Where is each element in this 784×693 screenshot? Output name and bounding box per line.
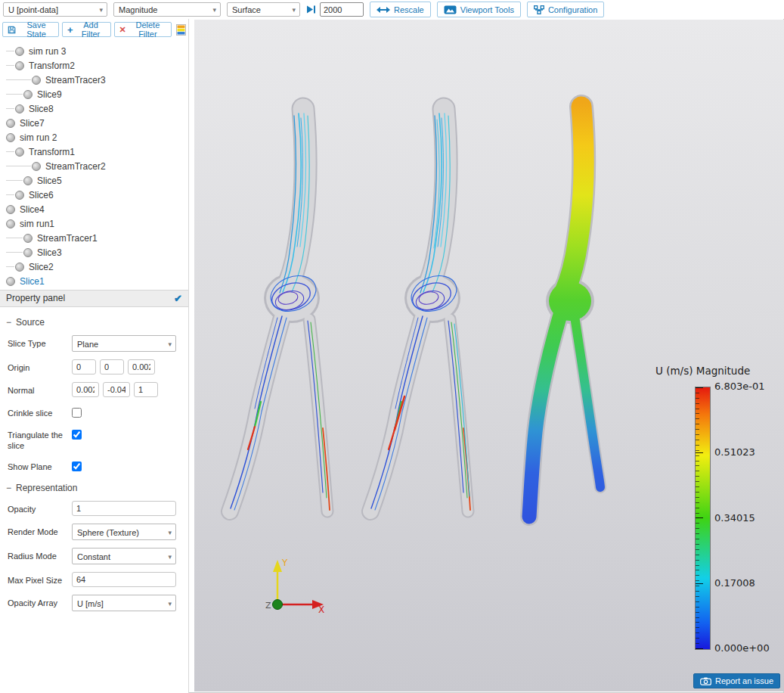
visibility-icon[interactable] [6,133,15,142]
pipeline-item-streamtracer1[interactable]: StreamTracer1 [0,231,188,245]
pipeline-item-label: Slice8 [29,104,54,114]
max-pixel-size-input[interactable] [72,572,176,587]
colorbar[interactable] [696,387,710,649]
frame-count-input[interactable] [320,2,364,17]
pipeline-item-slice3[interactable]: Slice3 [0,245,188,259]
visibility-icon[interactable] [6,119,15,128]
show-plane-checkbox[interactable] [72,461,82,471]
origin-y-input[interactable] [100,359,124,374]
visibility-icon[interactable] [6,277,15,286]
visibility-icon[interactable] [23,90,33,99]
collapse-icon: − [6,483,11,493]
visibility-icon[interactable] [15,61,24,70]
legend-tick-label: 0.51023 [714,446,755,458]
opacity-array-select[interactable]: U [m/s] [72,595,176,611]
camera-icon [700,677,711,685]
visibility-icon[interactable] [15,191,24,200]
rescale-button[interactable]: Rescale [370,2,431,17]
pipeline-item-slice1[interactable]: Slice1 [0,274,188,288]
pipeline-item-transform2[interactable]: Transform2 [0,58,188,73]
vessel-model-1 [230,109,330,511]
render-mode-label: Render Mode [8,524,72,538]
configuration-button[interactable]: Configuration [527,2,604,17]
representation-select[interactable]: Surface [227,2,300,17]
opacity-array-label: Opacity Array [8,595,72,609]
visibility-icon[interactable] [15,263,24,272]
pipeline-item-sim-run1[interactable]: sim run1 [0,216,188,231]
opacity-input[interactable] [72,501,176,516]
radius-mode-select[interactable]: Constant [72,548,176,564]
save-state-button[interactable]: Save State [2,22,59,37]
pipeline-item-slice5[interactable]: Slice5 [0,173,188,188]
render-view[interactable]: Y X Z U (m/s) Magnitude 6.803e-01 0.5102… [194,20,784,691]
component-select[interactable]: Magnitude [113,2,221,17]
vessel-model-3 [529,107,600,517]
add-filter-button[interactable]: + Add Filter [62,22,111,37]
slice-type-select[interactable]: Plane [72,335,176,352]
pipeline-item-sim-run-3[interactable]: sim run 3 [0,44,188,58]
visibility-icon[interactable] [6,219,15,228]
delete-filter-button[interactable]: ✕ Delete Filter [114,22,172,37]
visibility-icon[interactable] [23,248,33,257]
render-mode-select[interactable]: Sphere (Texture) [72,524,176,540]
pipeline-item-label: Slice5 [37,176,62,186]
report-issue-button[interactable]: Report an issue [693,673,780,688]
legend-title: U (m/s) Magnitude [654,365,784,377]
representation-section-header[interactable]: − Representation [6,483,188,493]
viewport-tools-button[interactable]: Viewport Tools [437,2,521,17]
show-plane-row: Show Plane [8,458,182,473]
normal-x-input[interactable] [72,382,99,397]
viewport-tools-label: Viewport Tools [460,5,514,14]
array-select[interactable]: U [point-data] [3,2,107,17]
orientation-axes[interactable]: Y X Z [265,558,324,615]
pipeline-item-slice4[interactable]: Slice4 [0,202,188,216]
tree-guide [6,108,14,109]
pipeline-item-transform1[interactable]: Transform1 [0,145,188,159]
pipeline-item-label: Slice1 [20,276,45,287]
pipeline-item-label: StreamTracer1 [37,233,98,244]
visibility-icon[interactable] [23,176,33,185]
collapse-icon: − [6,317,11,328]
crinkle-slice-label: Crinkle slice [8,405,72,419]
apply-check-icon[interactable]: ✔ [174,291,182,306]
pipeline-item-slice7[interactable]: Slice7 [0,116,188,130]
pipeline-item-label: Slice7 [20,118,45,129]
pipeline-item-slice9[interactable]: Slice9 [0,87,188,101]
origin-z-input[interactable] [128,359,155,374]
property-panel-title: Property panel [6,293,65,303]
visibility-icon[interactable] [15,104,24,113]
tree-guide [6,65,14,66]
z-axis-sphere [273,600,283,610]
visibility-icon[interactable] [6,205,15,214]
origin-x-input[interactable] [72,359,96,374]
origin-label: Origin [8,359,72,374]
visibility-icon[interactable] [15,47,24,56]
pipeline-item-streamtracer3[interactable]: StreamTracer3 [0,73,188,87]
source-section-header[interactable]: − Source [6,317,188,328]
representation-section-label: Representation [16,483,77,493]
visibility-icon[interactable] [15,148,24,157]
component-select-value: Magnitude [119,5,157,14]
normal-y-input[interactable] [103,382,130,397]
triangulate-checkbox[interactable] [72,430,82,440]
pipeline-item-streamtracer2[interactable]: StreamTracer2 [0,159,188,173]
viewport-tools-icon [444,5,457,14]
pipeline-item-sim-run-2[interactable]: sim run 2 [0,130,188,145]
pipeline-item-slice2[interactable]: Slice2 [0,259,188,274]
radius-mode-row: Radius Mode Constant [8,548,182,564]
visibility-icon[interactable] [32,76,41,85]
radius-mode-value: Constant [77,552,110,561]
render-mode-row: Render Mode Sphere (Texture) [8,524,182,540]
show-plane-label: Show Plane [8,458,72,473]
play-button[interactable] [306,5,316,14]
visibility-icon[interactable] [23,234,33,243]
pipeline-item-slice8[interactable]: Slice8 [0,101,188,116]
colormap-palette-icon[interactable] [176,24,186,36]
normal-z-input[interactable] [134,382,158,397]
radius-mode-label: Radius Mode [8,548,72,562]
crinkle-slice-checkbox[interactable] [72,408,82,418]
pipeline-item-slice6[interactable]: Slice6 [0,188,188,202]
tree-guide [6,252,23,253]
visibility-icon[interactable] [32,162,41,171]
configuration-label: Configuration [548,5,597,14]
